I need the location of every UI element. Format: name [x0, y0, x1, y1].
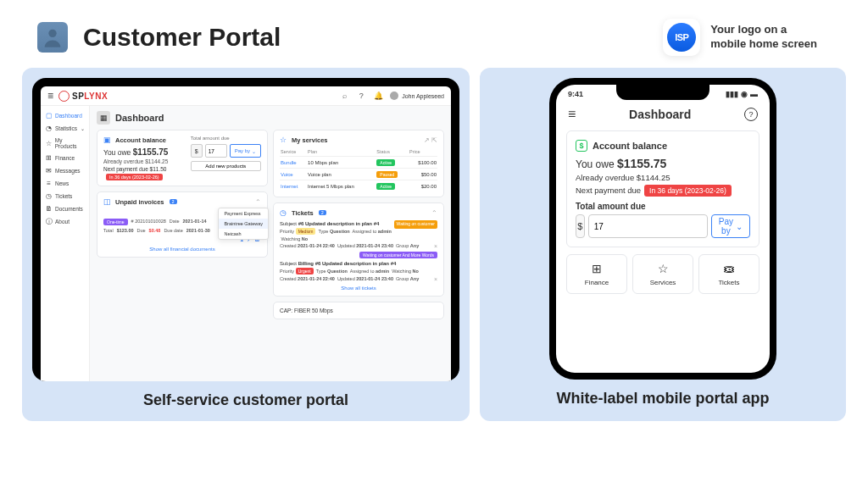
- payopt-netcash[interactable]: Netcash: [219, 229, 268, 239]
- currency-box: $: [576, 214, 585, 238]
- isp-logo: ISP: [663, 19, 700, 56]
- tickets-icon: 🎟: [723, 262, 735, 275]
- finance-icon: ⊞: [45, 154, 53, 162]
- balance-icon: ▣: [103, 136, 112, 144]
- show-all-financial-link[interactable]: Show all financial documents: [103, 247, 261, 252]
- bell-icon[interactable]: 🔔: [373, 91, 383, 101]
- tablet-frame: ≡ SPLYNX ⌕ ? 🔔 John Appleseed: [32, 78, 459, 381]
- due-badge: In 36 days (2023-02-26): [106, 174, 163, 180]
- battery-icon: ▬: [750, 90, 758, 98]
- add-products-button[interactable]: Add new products: [191, 161, 261, 171]
- popout-icon[interactable]: ↗ ⇱: [424, 136, 437, 144]
- sidebar-item-news[interactable]: ≡News: [41, 177, 89, 190]
- svg-point-0: [48, 30, 56, 37]
- user-chip[interactable]: John Appleseed: [390, 92, 444, 100]
- hero-title: Customer Portal: [83, 23, 281, 52]
- messages-icon: ✉: [45, 167, 53, 175]
- sidebar: ▢Dashboard ◔Statistics⌄ ☆My Products ⊞Fi…: [41, 106, 90, 381]
- wifi-icon: ◉: [741, 90, 748, 98]
- invoice-icon: ◫: [103, 197, 112, 206]
- card-account-balance: ▣Account balance You owe $1155.75 Alread…: [97, 130, 268, 186]
- card-services: ☆My services↗ ⇱ ServicePlanStatusPrice B…: [273, 130, 444, 197]
- topbar: ≡ SPLYNX ⌕ ? 🔔 John Appleseed: [41, 86, 451, 106]
- sidebar-item-finance[interactable]: ⊞Finance: [41, 152, 89, 164]
- dashboard-head-icon: ▦: [97, 111, 110, 125]
- table-row[interactable]: Bundle10 Mbps planActive$100.00: [280, 157, 437, 169]
- avatar: [37, 22, 68, 53]
- collapse-icon[interactable]: ⌃: [431, 209, 437, 217]
- search-icon[interactable]: ⌕: [339, 91, 349, 101]
- products-icon: ☆: [45, 140, 53, 147]
- news-icon: ≡: [45, 180, 53, 187]
- table-row[interactable]: VoiceVoice planPaused$50.00: [280, 169, 437, 180]
- due-badge: In 36 days (2023-02-26): [644, 185, 732, 197]
- sidebar-item-products[interactable]: ☆My Products: [41, 135, 89, 152]
- balance-icon: [576, 140, 587, 152]
- card-cap: CAP: FIBER 50 Mbps: [273, 302, 444, 319]
- amount-input[interactable]: [205, 144, 227, 158]
- help-icon[interactable]: ?: [356, 91, 366, 101]
- pay-by-button[interactable]: Pay by ⌄: [711, 214, 750, 238]
- tickets-icon: ◷: [45, 192, 53, 200]
- sidebar-item-about[interactable]: ⓘAbout: [41, 215, 89, 228]
- payment-dropdown: Payment Express Braintree Gateway Netcas…: [218, 208, 269, 240]
- page-title: Dashboard: [629, 108, 691, 121]
- chevron-down-icon: ⌄: [736, 222, 743, 231]
- menu-icon[interactable]: ≡: [568, 107, 576, 122]
- amount-input[interactable]: [588, 214, 708, 238]
- signal-icon: ▮▮▮: [726, 90, 738, 98]
- sidebar-item-documents[interactable]: 🗎Documents: [41, 202, 89, 215]
- sidebar-item-tickets[interactable]: ◷Tickets: [41, 190, 89, 202]
- star-icon: ☆: [280, 136, 288, 144]
- close-icon[interactable]: ×: [434, 242, 437, 252]
- statistics-icon: ◔: [45, 125, 53, 132]
- table-row[interactable]: InternetInternet 5 Mbps planActive$20.00: [280, 180, 437, 192]
- show-all-tickets-link[interactable]: Show all tickets: [280, 286, 437, 291]
- card-tickets: ◷Tickets2⌃ Subject #6 Updated descriptio…: [273, 202, 444, 297]
- menu-icon[interactable]: ≡: [47, 90, 53, 102]
- user-avatar-icon: [390, 92, 398, 100]
- sidebar-item-statistics[interactable]: ◔Statistics⌄: [41, 122, 89, 135]
- payopt-braintree[interactable]: Braintree Gateway: [219, 219, 268, 229]
- dashboard-icon: ▢: [45, 112, 53, 119]
- close-icon[interactable]: ×: [434, 275, 437, 285]
- sidebar-item-dashboard[interactable]: ▢Dashboard: [41, 109, 89, 122]
- ticket-icon: ◷: [280, 208, 288, 217]
- caption-left: Self-service customer portal: [143, 391, 348, 409]
- pay-by-button[interactable]: Pay by ⌄: [230, 144, 261, 158]
- finance-icon: ⊞: [592, 262, 602, 275]
- card-unpaid-invoices: ◫Unpaid invoices2⌃ Partially paid One-ti…: [97, 191, 268, 258]
- caption-right: White-label mobile portal app: [556, 390, 769, 408]
- card-account-balance: Account balance You owe $1155.75 Already…: [566, 130, 760, 247]
- services-icon: ☆: [658, 262, 669, 275]
- logo-callout: ISP Your logo on amobile home screen: [663, 19, 817, 56]
- payopt-express[interactable]: Payment Express: [219, 208, 268, 219]
- phone-frame: 9:41 ▮▮▮◉▬ ≡ Dashboard ? Account balance…: [549, 78, 776, 380]
- documents-icon: 🗎: [45, 205, 53, 213]
- help-icon[interactable]: ?: [744, 108, 758, 121]
- panel-desktop: ≡ SPLYNX ⌕ ? 🔔 John Appleseed: [22, 68, 470, 421]
- tile-tickets[interactable]: 🎟Tickets: [698, 254, 760, 294]
- ticket-item[interactable]: Subject #6 Updated description in plan #…: [280, 220, 437, 249]
- brand-logo: SPLYNX: [58, 91, 108, 102]
- ticket-item[interactable]: Subject Billing #6 Updated description i…: [280, 260, 437, 282]
- sidebar-item-messages[interactable]: ✉Messages: [41, 164, 89, 177]
- chevron-down-icon: ⌄: [252, 148, 256, 154]
- page-title: Dashboard: [115, 113, 164, 123]
- tile-finance[interactable]: ⊞Finance: [566, 254, 627, 294]
- collapse-icon[interactable]: ⌃: [255, 198, 261, 206]
- panel-mobile: 9:41 ▮▮▮◉▬ ≡ Dashboard ? Account balance…: [480, 68, 846, 421]
- tile-services[interactable]: ☆Services: [632, 254, 693, 294]
- about-icon: ⓘ: [45, 218, 53, 225]
- currency-box: $: [191, 144, 203, 158]
